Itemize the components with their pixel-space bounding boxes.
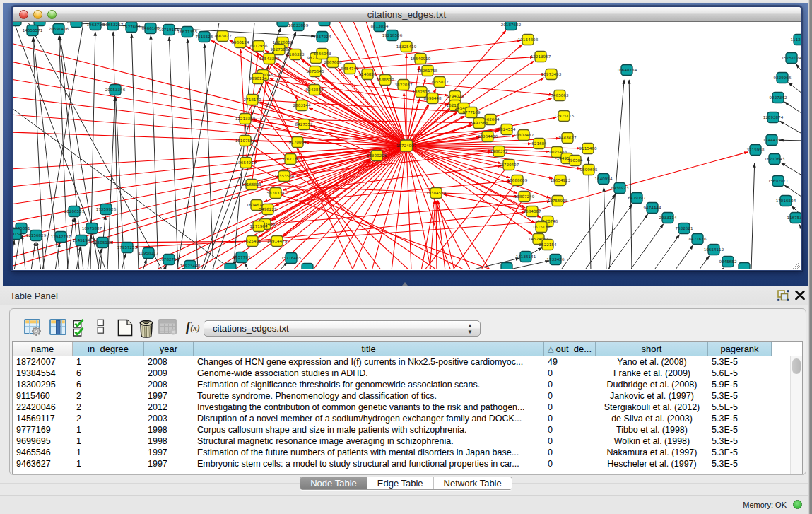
graph-node-label: 7986372 [490, 149, 508, 154]
table-cell: Estimation of significance thresholds fo… [194, 379, 544, 390]
graph-node[interactable] [277, 22, 288, 27]
table-cell: 2 [73, 402, 144, 413]
graph-node-label: 1167533 [787, 216, 801, 221]
network-canvas[interactable]: 1405557120691406196371010653267152760264… [13, 22, 801, 269]
column-header-title[interactable]: title [194, 342, 544, 356]
graph-node-label: 6794028 [447, 94, 464, 99]
table-cell: 5.3E-5 [708, 436, 772, 447]
graph-node-label: 12923448 [180, 264, 201, 269]
column-header-name[interactable]: name [13, 342, 73, 356]
table-row[interactable]: 977716911998Corpus callosum shape and si… [13, 424, 802, 436]
graph-node-label: 19166825 [242, 182, 262, 187]
table-vertical-scrollbar[interactable] [790, 356, 802, 474]
table-cell: Dudbridge et al. (2008) [596, 379, 708, 390]
tab-edge-table[interactable]: Edge Table [367, 477, 433, 489]
graph-node[interactable] [225, 264, 236, 270]
table-row[interactable]: 1872400712008Changes of HCN gene express… [13, 356, 802, 368]
table-row[interactable]: 946362711997Embryonic stem cells: a mode… [13, 458, 802, 469]
table-row[interactable]: 1830029562008Estimation of significance … [13, 379, 802, 390]
graph-node-label: 12975115 [554, 114, 575, 119]
table-cell: 5.9E-5 [708, 379, 772, 390]
table-cell: Nakamura et al. (1997) [596, 447, 708, 458]
function-builder-icon[interactable]: f(x) [186, 320, 206, 334]
select-column-icon[interactable] [49, 319, 66, 336]
select-rows-icon[interactable] [73, 319, 92, 337]
table-row[interactable]: 1938455462009Genome-wide association stu… [13, 368, 802, 379]
graph-node-label: 19654923 [551, 178, 571, 183]
graph-node[interactable] [501, 263, 512, 270]
table-row[interactable]: 969969511998Structural magnetic resonanc… [13, 436, 802, 447]
graph-node-label: 20206551 [64, 209, 85, 214]
graph-edge [784, 102, 801, 116]
graph-node-label: 8912956 [250, 44, 268, 49]
table-cell: 49 [544, 356, 596, 368]
graph-node[interactable] [739, 263, 750, 270]
tab-node-table[interactable]: Node Table [300, 477, 367, 489]
table-row[interactable]: 1456911722003Disruption of a novel membe… [13, 413, 802, 424]
resize-grip[interactable] [793, 262, 800, 269]
table-row[interactable]: 911546021997Tourette syndrome. Phenomeno… [13, 390, 802, 402]
table-cell: de Silva et al. (2003) [596, 413, 708, 424]
scrollbar-thumb[interactable] [792, 358, 801, 374]
delete-trash-icon[interactable] [139, 319, 154, 338]
app-right-scroll-strip[interactable] [808, 0, 812, 514]
network-desktop: citations_edges.txt 14055571206914061963… [3, 3, 808, 286]
tab-network-table[interactable]: Network Table [433, 477, 512, 489]
graph-node[interactable] [13, 22, 21, 26]
graph-node-label: 790504 [567, 158, 583, 163]
network-view-window[interactable]: citations_edges.txt 14055571206914061963… [11, 6, 802, 271]
table-cell: 1998 [144, 436, 194, 447]
column-header-out-de-[interactable]: △out_de... [544, 342, 596, 356]
table-cell: 2 [73, 413, 144, 424]
graph-node-label: 7955812 [431, 80, 449, 85]
graph-node-label: 3215958 [747, 148, 765, 153]
table-source-dropdown[interactable]: citations_edges.txt ▲▼ [204, 320, 481, 337]
row-height-icon[interactable] [97, 319, 105, 334]
graph-node-label: 8990448 [424, 96, 442, 101]
graph-edge [406, 146, 451, 269]
table-cell: Wolkin et al. (1998) [596, 436, 708, 447]
table-settings-icon[interactable] [24, 319, 42, 336]
float-panel-icon[interactable] [777, 290, 789, 301]
table-cell: 2012 [144, 402, 194, 413]
graph-edge [252, 185, 517, 197]
column-header-year[interactable]: year [144, 342, 194, 356]
table-cell: 5.3E-5 [708, 413, 772, 424]
graph-node[interactable] [71, 22, 82, 28]
memory-status-label: Memory: OK [743, 501, 787, 509]
table-cell: 2003 [144, 413, 194, 424]
graph-node-label: 9227342 [770, 95, 787, 100]
dropdown-value: citations_edges.txt [213, 323, 289, 334]
table-cell: Stergiakouli et al. (2012) [596, 402, 708, 413]
graph-node-label: 8960124 [232, 40, 249, 45]
table-cell: 0 [544, 458, 596, 469]
graph-node-label: 5498222 [259, 207, 277, 212]
memory-ok-indicator[interactable] [793, 500, 802, 509]
graph-node-label: 3822037 [395, 83, 413, 88]
graph-node-label: 7857224 [314, 35, 331, 40]
graph-edge [796, 64, 801, 76]
graph-edge [584, 204, 632, 269]
new-file-icon[interactable] [117, 319, 133, 337]
table-cell: 9699695 [13, 436, 73, 447]
column-header-pagerank[interactable]: pagerank [708, 342, 772, 356]
graph-node-label: 8186323 [287, 52, 305, 57]
column-header-in-degree[interactable]: in_degree [73, 342, 144, 356]
table-cell: Genome-wide association studies in ADHD. [194, 368, 544, 379]
graph-edge [204, 32, 295, 269]
graph-node-label: 15720407 [499, 163, 519, 168]
graph-node-label: 10958117 [139, 251, 159, 256]
graph-node-label: 2522154 [539, 243, 557, 247]
table-row[interactable]: 946554611997Estimation of the future num… [13, 447, 802, 458]
graph-node[interactable] [302, 264, 313, 270]
graph-node-label: 6479197 [628, 196, 646, 201]
window-titlebar[interactable]: citations_edges.txt [13, 7, 801, 22]
close-panel-icon[interactable] [795, 290, 805, 300]
graph-node[interactable] [319, 22, 330, 26]
column-header-short[interactable]: short [596, 342, 708, 356]
window-title: citations_edges.txt [13, 9, 801, 20]
splitter-handle-icon[interactable] [402, 282, 408, 286]
graph-node-label: 16914479 [267, 239, 288, 244]
table-row[interactable]: 2242004622012Investigating the contribut… [13, 402, 802, 413]
graph-node-label: 19218506 [382, 33, 403, 38]
